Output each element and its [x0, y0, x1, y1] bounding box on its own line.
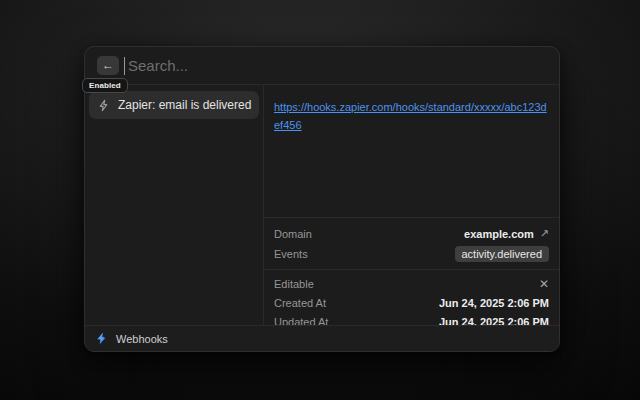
- domain-value: example.com: [464, 228, 534, 240]
- metadata-divider: [264, 269, 559, 270]
- detail-panel: https://hooks.zapier.com/hooks/standard/…: [264, 85, 559, 325]
- editable-label: Editable: [274, 278, 314, 290]
- search-header: ← Enabled: [85, 47, 559, 85]
- section-badge-enabled: Enabled: [82, 78, 128, 93]
- metadata-row-events: Events activity.delivered: [274, 243, 549, 265]
- external-link-icon: ↗: [540, 227, 549, 240]
- status-bar: Webhooks: [85, 325, 559, 351]
- webhooks-extension-icon: [95, 332, 108, 345]
- metadata-row-domain: Domain example.com ↗: [274, 224, 549, 243]
- metadata-section: Domain example.com ↗ Events activity.del…: [264, 218, 559, 331]
- bolt-icon: [97, 99, 110, 112]
- list-item-label: Zapier: email is delivered: [118, 98, 251, 112]
- command-palette-window: ← Enabled Zapier: email is delivered htt…: [84, 46, 560, 352]
- webhook-url-section: https://hooks.zapier.com/hooks/standard/…: [264, 85, 559, 218]
- webhook-url-link[interactable]: https://hooks.zapier.com/hooks/standard/…: [274, 101, 547, 131]
- text-cursor: [124, 57, 125, 75]
- event-tag: activity.delivered: [455, 246, 550, 262]
- list-item-webhook[interactable]: Zapier: email is delivered: [89, 91, 259, 119]
- metadata-row-editable: Editable ✕: [274, 274, 549, 293]
- events-label: Events: [274, 248, 308, 260]
- extension-name-label: Webhooks: [116, 333, 168, 345]
- created-at-value: Jun 24, 2025 2:06 PM: [439, 297, 549, 309]
- domain-label: Domain: [274, 228, 312, 240]
- search-input[interactable]: [128, 57, 547, 74]
- desktop-background: { "header": { "back_icon": "←", "search_…: [0, 0, 640, 400]
- domain-value-link[interactable]: example.com ↗: [464, 227, 549, 240]
- created-at-label: Created At: [274, 297, 326, 309]
- content-area: Zapier: email is delivered https://hooks…: [85, 85, 559, 325]
- metadata-row-created: Created At Jun 24, 2025 2:06 PM: [274, 293, 549, 312]
- cross-icon: ✕: [539, 277, 549, 291]
- webhook-list: Zapier: email is delivered: [85, 85, 264, 325]
- back-button[interactable]: ←: [97, 56, 119, 75]
